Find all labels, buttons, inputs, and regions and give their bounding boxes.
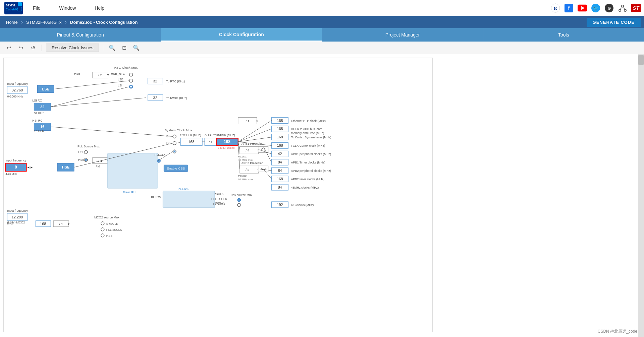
- zoom-in-button[interactable]: 🔍: [131, 43, 141, 53]
- app-logo: STM32 CubeMX: [3, 1, 23, 15]
- svg-text:memory and DMA (MHz): memory and DMA (MHz): [291, 131, 324, 135]
- breadcrumb-home[interactable]: Home: [3, 19, 20, 25]
- svg-line-193: [51, 87, 129, 107]
- svg-text:Ethernet PTP clock (MHz): Ethernet PTP clock (MHz): [291, 119, 326, 123]
- svg-text:10: 10: [553, 7, 557, 10]
- svg-text:64 MHz max: 64 MHz max: [238, 178, 253, 181]
- tab-bar: Pinout & Configuration Clock Configurati…: [0, 28, 644, 42]
- svg-text:I2S source Mux: I2S source Mux: [231, 193, 253, 197]
- svg-text:32: 32: [153, 96, 157, 100]
- svg-text:APB2 peripheral clocks (MHz): APB2 peripheral clocks (MHz): [291, 169, 331, 173]
- svg-text:168: 168: [277, 143, 283, 147]
- tab-project[interactable]: Project Manager: [322, 28, 483, 42]
- menu-file[interactable]: File: [30, 4, 43, 12]
- svg-text:PLLI25: PLLI25: [151, 196, 160, 199]
- breadcrumb-sep-2: ›: [65, 19, 67, 25]
- svg-text:HSE_RTC: HSE_RTC: [111, 72, 125, 75]
- right-scrollbar[interactable]: [638, 54, 644, 337]
- st-logo: ST: [631, 3, 641, 13]
- svg-text:LSE: LSE: [42, 87, 49, 91]
- clock-diagram-area[interactable]: Input frequency 32.768 0-1000 KHz LSE LS…: [0, 54, 638, 337]
- svg-text:/ M: / M: [96, 165, 100, 168]
- svg-text:168: 168: [40, 222, 46, 226]
- tab-tools[interactable]: Tools: [483, 28, 644, 42]
- svg-text:To RTC (KHz): To RTC (KHz): [166, 80, 185, 83]
- svg-text:ST: ST: [633, 5, 640, 10]
- svg-text:84: 84: [278, 160, 282, 164]
- svg-text:SYSCLK (MHz): SYSCLK (MHz): [180, 133, 201, 137]
- menu-bar: File Window Help: [30, 4, 551, 12]
- resolve-clock-issues-button[interactable]: Resolve Clock Issues: [46, 44, 99, 52]
- svg-text:15 MHz: 15 MHz: [34, 130, 44, 133]
- svg-point-142: [129, 73, 133, 76]
- svg-text:I2S clocks (MHz): I2S clocks (MHz): [291, 203, 314, 207]
- svg-point-45: [84, 150, 88, 154]
- svg-text:▼: ▼: [107, 73, 110, 77]
- svg-text:CubeMX: CubeMX: [6, 8, 18, 11]
- svg-text:168: 168: [277, 119, 283, 123]
- svg-text:16: 16: [40, 125, 44, 129]
- svg-text:▼: ▼: [256, 120, 259, 123]
- top-icons: 10 f 🐦 ⊕ ST: [551, 3, 641, 13]
- svg-text:/ 1: / 1: [59, 222, 63, 226]
- youtube-icon[interactable]: [578, 3, 587, 13]
- svg-text:Main PLL: Main PLL: [123, 190, 138, 194]
- svg-rect-4: [18, 7, 22, 11]
- svg-point-75: [173, 150, 175, 152]
- github-icon[interactable]: ⊕: [604, 3, 614, 13]
- svg-point-17: [624, 9, 626, 11]
- zoom-fit-button[interactable]: ⊡: [119, 43, 129, 53]
- svg-text:84: 84: [278, 168, 282, 173]
- svg-text:X 2: X 2: [261, 167, 266, 171]
- svg-line-198: [178, 142, 180, 143]
- zoom-out-button[interactable]: 🔍: [107, 43, 117, 53]
- breadcrumb-bar: Home › STM32F405RGTx › Dome2.ioc - Clock…: [0, 16, 644, 28]
- svg-text:/ 2: / 2: [246, 168, 250, 172]
- svg-text:RTC Clock Mux: RTC Clock Mux: [114, 66, 138, 69]
- generate-code-button[interactable]: GENERATE CODE: [587, 18, 641, 27]
- svg-text:42 MHz max: 42 MHz max: [238, 158, 253, 161]
- svg-text:Enable CSS: Enable CSS: [167, 166, 185, 170]
- svg-text:4-26 MHz: 4-26 MHz: [6, 173, 17, 176]
- watermark: CSDN @北辰远_code: [598, 329, 637, 334]
- svg-text:FCLK Cortex clock (MHz): FCLK Cortex clock (MHz): [291, 144, 325, 147]
- svg-text:168: 168: [277, 177, 283, 181]
- svg-text:12.288: 12.288: [12, 215, 23, 219]
- svg-text:32: 32: [153, 79, 157, 83]
- svg-text:HSI RC: HSI RC: [32, 119, 43, 122]
- tab-clock[interactable]: Clock Configuration: [161, 28, 322, 42]
- facebook-icon[interactable]: f: [564, 3, 574, 13]
- svg-text:/ 2: / 2: [98, 73, 102, 77]
- svg-text:/ 4: / 4: [246, 148, 250, 152]
- svg-text:42: 42: [278, 152, 282, 156]
- svg-point-48: [85, 159, 87, 161]
- svg-text:32: 32: [40, 105, 44, 109]
- svg-text:Ext clock: Ext clock: [213, 202, 225, 206]
- network-icon[interactable]: [618, 3, 627, 13]
- twitter-icon[interactable]: 🐦: [591, 3, 600, 13]
- svg-text:APB2 Prescaler: APB2 Prescaler: [241, 161, 263, 165]
- svg-text:48MHz clocks (MHz): 48MHz clocks (MHz): [291, 186, 319, 189]
- svg-point-15: [622, 5, 624, 7]
- svg-text:HCLK to AHB bus, core,: HCLK to AHB bus, core,: [291, 127, 323, 131]
- svg-text:LSI RC: LSI RC: [32, 99, 42, 102]
- svg-text:32.768: 32.768: [12, 88, 23, 92]
- svg-text:HCLK (MHz): HCLK (MHz): [218, 133, 235, 137]
- svg-rect-3: [18, 2, 22, 6]
- undo-button[interactable]: ↩: [4, 43, 13, 53]
- svg-point-168: [237, 198, 241, 202]
- menu-window[interactable]: Window: [57, 4, 79, 12]
- svg-text:System Clock Mux: System Clock Mux: [164, 128, 192, 132]
- refresh-button[interactable]: ↺: [28, 43, 38, 53]
- svg-text:STM32: STM32: [6, 4, 15, 7]
- menu-help[interactable]: Help: [92, 4, 107, 12]
- redo-button[interactable]: ↪: [16, 43, 25, 53]
- svg-point-176: [101, 222, 104, 225]
- svg-text:168: 168: [224, 139, 230, 144]
- svg-point-16: [619, 9, 621, 11]
- svg-text:PLLI25: PLLI25: [177, 187, 189, 191]
- breadcrumb-device[interactable]: STM32F405RGTx: [23, 19, 64, 25]
- toolbar: ↩ ↪ ↺ Resolve Clock Issues 🔍 ⊡ 🔍: [0, 42, 644, 54]
- tab-pinout[interactable]: Pinout & Configuration: [0, 28, 161, 42]
- main-area: Input frequency 32.768 0-1000 KHz LSE LS…: [0, 54, 644, 337]
